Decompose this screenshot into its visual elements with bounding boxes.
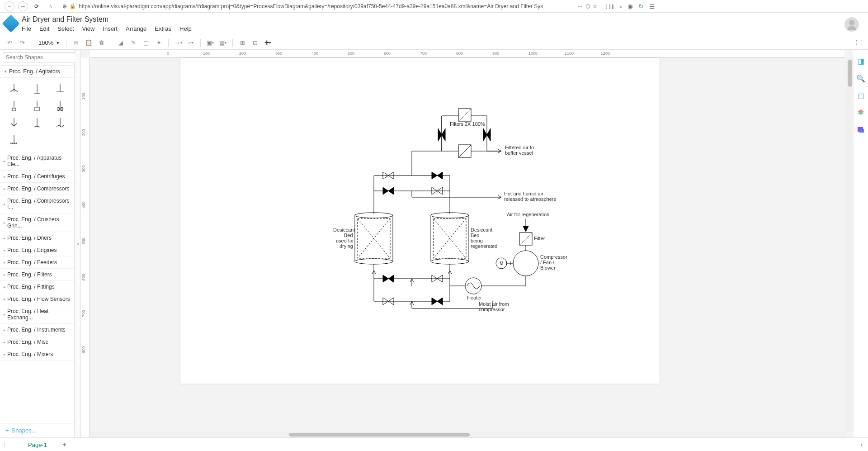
connector-button[interactable]: → ▾ bbox=[173, 38, 183, 48]
category-item[interactable]: ▸Proc. Eng. / Feeders bbox=[0, 256, 74, 269]
delete-button[interactable]: 🗑 bbox=[96, 38, 106, 48]
shape-categories: ▼Proc. Eng. / Agitators ▸Proc. Eng. / Ap… bbox=[0, 66, 74, 423]
svg-point-22 bbox=[431, 259, 469, 264]
category-item[interactable]: ▸Proc. Eng. / Crushers Grin... bbox=[0, 214, 74, 232]
forward-button[interactable]: → bbox=[18, 1, 28, 11]
svg-text:Filtered air to: Filtered air to bbox=[505, 145, 534, 150]
diagram-svg[interactable]: Filters 2X 100% Filtered air to buffer v… bbox=[180, 58, 660, 384]
menu-insert[interactable]: Insert bbox=[103, 25, 118, 32]
app-logo[interactable] bbox=[2, 14, 20, 33]
shape-agitator-6[interactable] bbox=[49, 99, 71, 114]
shape-agitator-5[interactable] bbox=[27, 99, 48, 114]
category-item[interactable]: ▸Proc. Eng. / Misc bbox=[0, 336, 74, 348]
search-shapes-input[interactable] bbox=[3, 52, 77, 62]
splitter-handle[interactable]: ◂ bbox=[75, 50, 81, 437]
shape-agitator-4[interactable] bbox=[4, 99, 25, 114]
vertical-ruler: 100 200 300 400 500 600 700 800 bbox=[81, 58, 90, 437]
redo-button[interactable]: ↷ bbox=[17, 38, 27, 48]
menu-help[interactable]: Help bbox=[179, 25, 192, 32]
category-item[interactable]: ▸Proc. Eng. / Mixers bbox=[0, 348, 74, 361]
page-canvas[interactable]: Filters 2X 100% Filtered air to buffer v… bbox=[180, 58, 660, 384]
shape-agitator-1[interactable] bbox=[4, 81, 25, 97]
horizontal-scrollbar[interactable] bbox=[90, 432, 846, 437]
shape-agitator-9[interactable] bbox=[49, 116, 71, 131]
menu-edit[interactable]: Edit bbox=[39, 25, 49, 32]
undo-button[interactable]: ↶ bbox=[5, 38, 14, 48]
shapes-sidebar: 🔍 ⋮ ▼Proc. Eng. / Agitators ▸Proc. Eng. … bbox=[0, 50, 75, 437]
vertical-scrollbar[interactable] bbox=[846, 58, 854, 432]
tofront-button[interactable]: ▣ ▾ bbox=[205, 38, 215, 48]
account-icon[interactable]: ◉ bbox=[627, 3, 633, 10]
bottom-menu-icon[interactable]: ⋮ bbox=[0, 442, 9, 448]
user-avatar[interactable] bbox=[844, 17, 859, 32]
copy-button[interactable]: ⎘ bbox=[71, 38, 81, 48]
outline-panel-icon[interactable]: ▢ bbox=[857, 91, 865, 100]
fill-button[interactable]: ◢ bbox=[116, 38, 126, 48]
zoom-selector[interactable]: 100%▼ bbox=[37, 39, 61, 46]
menu-extras[interactable]: Extras bbox=[155, 25, 171, 32]
category-item[interactable]: ▸Proc. Eng. / Flow Sensors bbox=[0, 293, 74, 305]
url-bar[interactable]: ⊕ 🔒 https://online.visual-paradigm.com/a… bbox=[59, 1, 601, 11]
menu-select[interactable]: Select bbox=[57, 25, 74, 32]
search-panel-icon[interactable]: 🔍 bbox=[857, 74, 865, 82]
document-title[interactable]: Air Dryer and Filter System bbox=[22, 15, 192, 24]
sidebar-icon[interactable]: ▫ bbox=[620, 3, 622, 10]
category-item[interactable]: ▸Proc. Eng. / Apparatus Ele... bbox=[0, 152, 74, 171]
svg-text:Blower: Blower bbox=[540, 265, 556, 271]
category-item[interactable]: ▸Proc. Eng. / Engines bbox=[0, 244, 74, 256]
menu-file[interactable]: File bbox=[22, 25, 31, 32]
svg-text:Bed: Bed bbox=[344, 233, 353, 238]
comments-panel-icon[interactable] bbox=[857, 126, 865, 134]
toolbar: ↶ ↷ 100%▼ ⎘ 📋 🗑 ◢ ✎ ▢ ✦ → ▾ ⌐ ▾ ▣ ▾ ▤ ▾ … bbox=[0, 36, 868, 50]
svg-text:being: being bbox=[471, 238, 483, 243]
svg-text:Bed: Bed bbox=[471, 233, 480, 238]
svg-point-15 bbox=[355, 259, 393, 264]
category-item[interactable]: ▸Proc. Eng. / Compressors bbox=[0, 183, 74, 195]
tab-page-1[interactable]: Page-1 bbox=[19, 438, 56, 451]
star-icon[interactable]: ☆ bbox=[593, 3, 598, 9]
format-painter-button[interactable]: ✦ bbox=[154, 38, 164, 48]
format-panel-icon[interactable]: ◨ bbox=[857, 57, 865, 65]
reload-button[interactable]: ⟳ bbox=[32, 1, 42, 11]
guides-button[interactable]: ⊡ bbox=[250, 38, 260, 48]
back-button[interactable]: ← bbox=[5, 1, 14, 11]
category-item[interactable]: ▸Proc. Eng. / Heat Exchang... bbox=[0, 305, 74, 324]
toback-button[interactable]: ▤ ▾ bbox=[218, 38, 228, 48]
grid-button[interactable]: ⊞ bbox=[237, 38, 247, 48]
shape-agitator-3[interactable] bbox=[49, 81, 71, 97]
menu-arrange[interactable]: Arrange bbox=[126, 25, 146, 32]
shape-agitator-2[interactable] bbox=[27, 81, 48, 97]
more-icon[interactable]: ⋯ bbox=[577, 3, 583, 9]
category-item[interactable]: ▸Proc. Eng. / Instruments bbox=[0, 324, 74, 336]
svg-text:compressor: compressor bbox=[479, 307, 505, 312]
category-item[interactable]: ▸Proc. Eng. / Driers bbox=[0, 232, 74, 244]
add-button[interactable]: +▾ bbox=[263, 38, 273, 48]
category-item[interactable]: ▸Proc. Eng. / Centrifuges bbox=[0, 171, 74, 183]
layers-panel-icon[interactable] bbox=[857, 109, 865, 117]
waypoint-button[interactable]: ⌐ ▾ bbox=[186, 38, 196, 48]
canvas-area[interactable]: 0 100 200 300 400 500 600 700 800 900 10… bbox=[81, 50, 854, 437]
shape-agitator-10[interactable] bbox=[4, 133, 25, 148]
library-icon[interactable]: ⫿⫿⫿ bbox=[605, 3, 614, 10]
more-shapes-button[interactable]: +Shapes... bbox=[0, 423, 74, 437]
line-color-button[interactable]: ✎ bbox=[128, 38, 138, 48]
category-item[interactable]: ▸Proc. Eng. / Fittings bbox=[0, 281, 74, 293]
paste-button[interactable]: 📋 bbox=[84, 38, 94, 48]
svg-text:regenerated: regenerated bbox=[471, 243, 497, 249]
pocket-icon[interactable]: ⬡ bbox=[585, 3, 590, 9]
app-header: Air Dryer and Filter System File Edit Se… bbox=[0, 13, 868, 36]
svg-line-3 bbox=[458, 145, 471, 157]
category-agitators[interactable]: ▼Proc. Eng. / Agitators bbox=[0, 66, 74, 78]
shadow-button[interactable]: ▢ bbox=[141, 38, 151, 48]
menu-icon[interactable]: ☰ bbox=[649, 3, 655, 10]
menu-view[interactable]: View bbox=[82, 25, 95, 32]
shape-agitator-7[interactable] bbox=[4, 116, 25, 131]
category-item[interactable]: ▸Proc. Eng. / Filters bbox=[0, 269, 74, 281]
refresh-icon[interactable]: ↻ bbox=[638, 3, 644, 10]
home-button[interactable]: ⌂ bbox=[45, 1, 55, 11]
category-item[interactable]: ▸Proc. Eng. / Compressors I... bbox=[0, 195, 74, 214]
shape-agitator-8[interactable] bbox=[27, 116, 48, 131]
fullscreen-button[interactable]: ⛶ bbox=[854, 38, 863, 48]
add-page-button[interactable]: + bbox=[57, 438, 72, 451]
next-page-icon[interactable]: › bbox=[855, 441, 868, 448]
